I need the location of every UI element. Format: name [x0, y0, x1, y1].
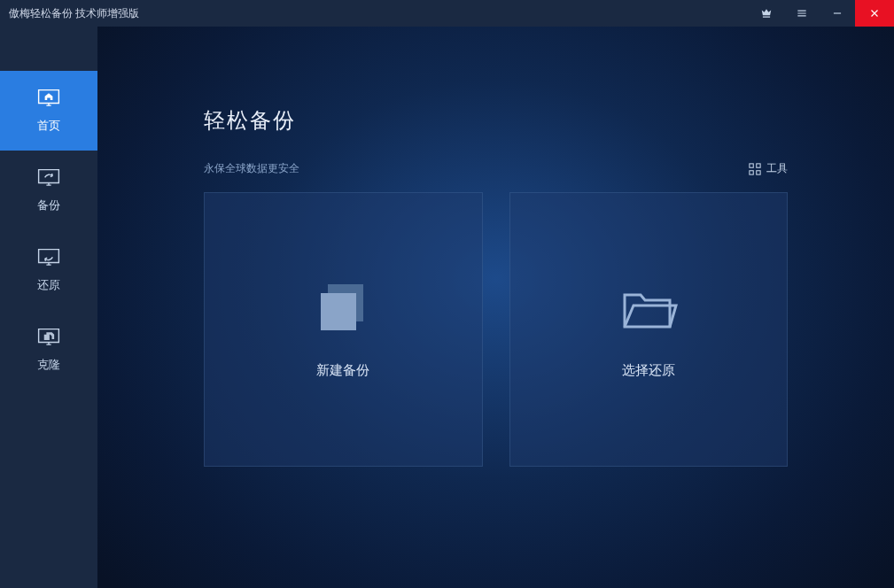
minimize-icon	[831, 7, 843, 19]
card-label: 选择还原	[622, 362, 675, 379]
close-icon	[868, 7, 881, 19]
card-select-restore[interactable]: 选择还原	[509, 192, 789, 467]
home-monitor-icon	[36, 88, 61, 109]
clone-monitor-icon	[36, 327, 61, 348]
page-subtitle: 永保全球数据更安全	[204, 161, 299, 176]
sidebar: 首页 备份 还原 克隆	[0, 27, 97, 588]
crown-icon	[760, 7, 773, 19]
backup-monitor-icon	[36, 167, 61, 189]
stacked-files-icon	[312, 281, 374, 336]
tools-label: 工具	[766, 161, 788, 176]
card-label: 新建备份	[316, 362, 369, 379]
folder-open-icon	[618, 281, 680, 336]
sidebar-item-label: 克隆	[37, 357, 60, 373]
tools-link[interactable]: 工具	[749, 161, 788, 176]
card-new-backup[interactable]: 新建备份	[204, 192, 483, 467]
cards-row: 新建备份 选择还原	[204, 192, 788, 467]
page-title: 轻松备份	[204, 106, 788, 135]
list-icon	[796, 7, 808, 19]
main-area: 轻松备份 永保全球数据更安全 工具	[97, 27, 894, 588]
sidebar-item-label: 备份	[37, 197, 60, 213]
sidebar-item-clone[interactable]: 克隆	[0, 310, 97, 390]
svg-rect-1	[750, 163, 753, 166]
sidebar-item-home[interactable]: 首页	[0, 71, 97, 151]
sidebar-item-label: 首页	[37, 118, 60, 134]
sidebar-item-backup[interactable]: 备份	[0, 151, 97, 230]
crown-button[interactable]	[749, 0, 784, 27]
svg-rect-4	[757, 170, 760, 174]
titlebar: 傲梅轻松备份 技术师增强版	[0, 0, 894, 27]
subtitle-row: 永保全球数据更安全 工具	[204, 161, 788, 176]
app-title: 傲梅轻松备份 技术师增强版	[9, 6, 749, 21]
titlebar-controls	[749, 0, 894, 27]
grid-icon	[749, 163, 761, 175]
sidebar-item-label: 还原	[37, 277, 60, 293]
sidebar-item-restore[interactable]: 还原	[0, 230, 97, 310]
svg-rect-3	[750, 170, 753, 174]
restore-monitor-icon	[36, 247, 61, 268]
svg-rect-2	[757, 163, 760, 166]
svg-rect-6	[321, 293, 356, 330]
svg-rect-0	[834, 12, 841, 13]
menu-button[interactable]	[784, 0, 820, 27]
minimize-button[interactable]	[820, 0, 855, 27]
close-button[interactable]	[855, 0, 894, 27]
